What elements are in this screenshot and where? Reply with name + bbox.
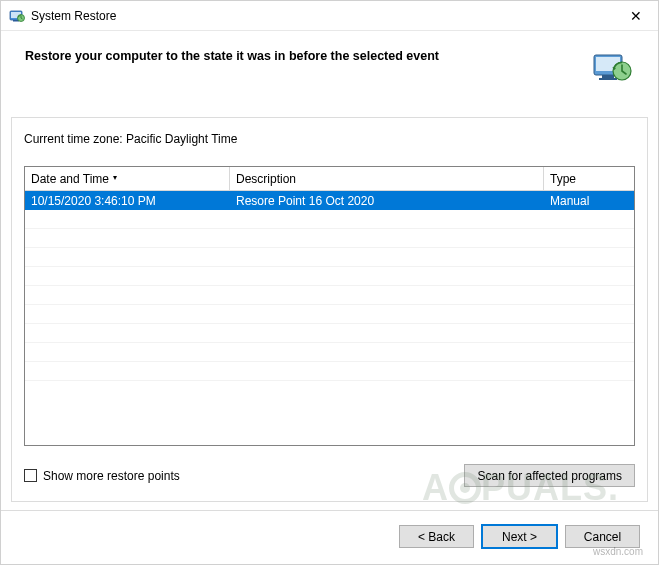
restore-large-icon	[592, 49, 634, 91]
header-section: Restore your computer to the state it wa…	[1, 31, 658, 117]
empty-row	[25, 286, 634, 305]
empty-row	[25, 248, 634, 267]
close-icon: ✕	[630, 8, 642, 24]
column-header-date-label: Date and Time	[31, 172, 109, 186]
column-header-type-label: Type	[550, 172, 576, 186]
system-restore-window: System Restore ✕ Restore your computer t…	[0, 0, 659, 565]
show-more-checkbox[interactable]: Show more restore points	[24, 469, 180, 483]
close-button[interactable]: ✕	[613, 1, 658, 30]
svg-rect-7	[602, 75, 614, 78]
empty-row	[25, 343, 634, 362]
column-header-description[interactable]: Description	[230, 167, 544, 190]
column-header-date[interactable]: Date and Time ▾	[25, 167, 230, 190]
empty-row	[25, 324, 634, 343]
content-bottom: Show more restore points Scan for affect…	[24, 464, 635, 487]
table-body: 10/15/2020 3:46:10 PM Resore Point 16 Oc…	[25, 191, 634, 445]
content-box: Current time zone: Pacific Daylight Time…	[11, 117, 648, 502]
back-button[interactable]: < Back	[399, 525, 474, 548]
sort-descending-icon: ▾	[113, 173, 117, 182]
table-row[interactable]: 10/15/2020 3:46:10 PM Resore Point 16 Oc…	[25, 191, 634, 210]
show-more-checkbox-label: Show more restore points	[43, 469, 180, 483]
column-header-type[interactable]: Type	[544, 167, 634, 190]
timezone-label: Current time zone: Pacific Daylight Time	[24, 132, 635, 146]
restore-points-table[interactable]: Date and Time ▾ Description Type 10/15/2…	[24, 166, 635, 446]
empty-row	[25, 362, 634, 381]
cell-type: Manual	[544, 193, 634, 209]
cell-date: 10/15/2020 3:46:10 PM	[25, 193, 230, 209]
checkbox-icon	[24, 469, 37, 482]
column-header-description-label: Description	[236, 172, 296, 186]
next-button[interactable]: Next >	[482, 525, 557, 548]
empty-row	[25, 267, 634, 286]
footer: < Back Next > Cancel	[1, 510, 658, 564]
scan-affected-button[interactable]: Scan for affected programs	[464, 464, 635, 487]
titlebar-title: System Restore	[31, 9, 613, 23]
header-text: Restore your computer to the state it wa…	[25, 49, 580, 63]
empty-row	[25, 210, 634, 229]
empty-row	[25, 305, 634, 324]
titlebar: System Restore ✕	[1, 1, 658, 31]
cell-description: Resore Point 16 Oct 2020	[230, 193, 544, 209]
svg-rect-8	[599, 78, 617, 80]
table-header: Date and Time ▾ Description Type	[25, 167, 634, 191]
empty-row	[25, 229, 634, 248]
system-restore-icon	[9, 8, 25, 24]
cancel-button[interactable]: Cancel	[565, 525, 640, 548]
